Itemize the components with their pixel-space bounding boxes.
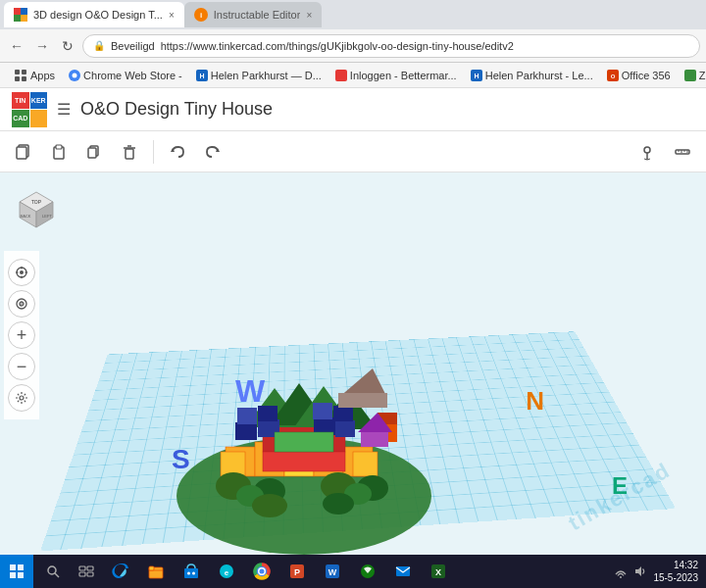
svg-rect-89 — [275, 432, 333, 452]
svg-rect-21 — [17, 147, 26, 159]
network-icon — [614, 564, 628, 578]
svg-point-44 — [20, 270, 24, 274]
store-icon — [182, 563, 200, 580]
browser-nav: ← → ↻ 🔒 Beveiligd https://www.tinkercad.… — [0, 29, 706, 63]
svg-rect-3 — [21, 15, 27, 22]
paste-button[interactable] — [43, 136, 75, 168]
word-icon: W — [324, 563, 341, 580]
address-bar[interactable]: 🔒 Beveiligd https://www.tinkercad.com/th… — [82, 34, 700, 58]
edge-icon — [112, 563, 129, 580]
bookmark-zermelo[interactable]: Zermelo Portal — [679, 68, 706, 83]
windows-icon — [9, 564, 25, 579]
bookmark-inlog[interactable]: Inloggen - Bettermar... — [329, 68, 463, 83]
explorer-icon — [147, 563, 165, 580]
target-button[interactable] — [8, 290, 35, 318]
undo-icon — [169, 143, 186, 161]
taskview-icon — [78, 564, 94, 579]
svg-point-104 — [192, 572, 195, 575]
delete-button[interactable] — [114, 136, 145, 168]
3d-model-svg — [118, 270, 490, 588]
tab-close-tinkercad[interactable]: × — [169, 10, 175, 21]
compass-n: N — [526, 386, 544, 416]
svg-rect-92 — [10, 572, 16, 578]
logo-cell-tl: TIN — [12, 92, 29, 110]
edu-icon: e — [218, 563, 235, 580]
chrome-taskbar-icon — [253, 563, 271, 580]
svg-point-103 — [187, 572, 190, 575]
taskbar-xbox[interactable] — [351, 557, 384, 586]
redo-button[interactable] — [197, 136, 228, 168]
duplicate-button[interactable] — [78, 136, 110, 168]
svg-point-51 — [21, 303, 23, 305]
copy-icon — [15, 143, 32, 161]
settings-view-button[interactable] — [8, 384, 35, 412]
svg-rect-93 — [18, 572, 24, 578]
taskbar-store[interactable] — [175, 557, 208, 586]
helen-favicon: H — [196, 70, 208, 81]
svg-rect-73 — [313, 403, 332, 419]
forward-button[interactable]: → — [31, 35, 53, 57]
ruler-button[interactable] — [667, 136, 698, 168]
ruler-icon — [674, 143, 691, 161]
taskbar-edge[interactable] — [104, 557, 137, 586]
svg-rect-25 — [88, 148, 96, 158]
apps-icon — [14, 69, 27, 82]
copy-button[interactable] — [8, 136, 39, 168]
svg-rect-6 — [15, 70, 20, 74]
svg-point-88 — [323, 493, 354, 514]
taskbar-tray: 14:32 15-5-2023 — [606, 559, 706, 584]
menu-icon[interactable]: ☰ — [57, 100, 71, 119]
bookmark-office[interactable]: O Office 356 — [601, 68, 677, 83]
tinkercad-header: TIN KER CAD ☰ O&O Design Tiny House — [0, 88, 706, 131]
svg-rect-62 — [263, 452, 345, 471]
bookmark-helen1[interactable]: H Helen Parkhurst — D... — [190, 68, 328, 83]
tab-tinkercad[interactable]: 3D design O&O Design T... × — [4, 2, 184, 27]
svg-point-94 — [48, 566, 56, 574]
location-button[interactable] — [631, 136, 663, 168]
tab-close-instructable[interactable]: × — [306, 10, 312, 21]
svg-text:P: P — [294, 567, 300, 577]
reload-button[interactable]: ↻ — [57, 35, 78, 57]
tab-favicon-instructable: i — [194, 8, 208, 22]
tinkercad-logo: TIN KER CAD — [12, 92, 47, 127]
left-sidebar: + − — [4, 251, 39, 419]
svg-rect-1 — [21, 8, 27, 15]
tab-title-instructable: Instructable Editor — [214, 9, 301, 21]
zoom-out-button[interactable]: − — [8, 353, 35, 380]
zoom-in-button[interactable]: + — [8, 321, 35, 349]
taskbar-powerpoint[interactable]: P — [280, 557, 314, 586]
orientation-cube[interactable]: TOP BACK LEFT — [10, 182, 63, 235]
duplicate-icon — [85, 143, 103, 161]
home-icon — [15, 266, 28, 279]
taskbar-mail[interactable] — [386, 557, 420, 586]
clock-time: 14:32 — [653, 559, 698, 571]
bookmark-chrome[interactable]: Chrome Web Store - — [63, 68, 188, 83]
canvas-3d[interactable]: tinkercad W S N E TOP BACK LEFT — [0, 172, 706, 588]
taskbar-explorer[interactable] — [139, 557, 173, 586]
url-text: https://www.tinkercad.com/things/gUKjibk… — [161, 40, 514, 52]
svg-rect-98 — [79, 572, 85, 576]
apps-button[interactable]: Apps — [8, 67, 61, 84]
taskbar-chrome[interactable] — [245, 557, 278, 586]
svg-text:e: e — [225, 568, 229, 577]
svg-rect-23 — [56, 145, 62, 149]
tab-title-tinkercad: 3D design O&O Design T... — [33, 9, 163, 21]
taskbar-taskview[interactable] — [71, 557, 102, 586]
taskbar-excel[interactable]: X — [422, 557, 455, 586]
orientation-cube-svg: TOP BACK LEFT — [10, 182, 63, 235]
tab-instructable[interactable]: i Instructable Editor × — [184, 2, 323, 27]
undo-button[interactable] — [162, 136, 193, 168]
taskbar-clock[interactable]: 14:32 15-5-2023 — [653, 559, 698, 584]
bookmark-helen2[interactable]: H Helen Parkhurst - Le... — [465, 68, 599, 83]
taskbar-edu[interactable]: e — [210, 557, 243, 586]
svg-rect-80 — [361, 432, 388, 447]
start-button[interactable] — [0, 555, 33, 588]
back-button[interactable]: ← — [6, 35, 27, 57]
home-view-button[interactable] — [8, 259, 35, 286]
svg-text:O: O — [610, 74, 615, 79]
svg-rect-115 — [396, 566, 410, 576]
svg-rect-102 — [184, 568, 198, 578]
taskbar-search[interactable] — [37, 557, 69, 586]
tab-favicon-tinkercad — [14, 8, 27, 22]
taskbar-word[interactable]: W — [316, 557, 349, 586]
